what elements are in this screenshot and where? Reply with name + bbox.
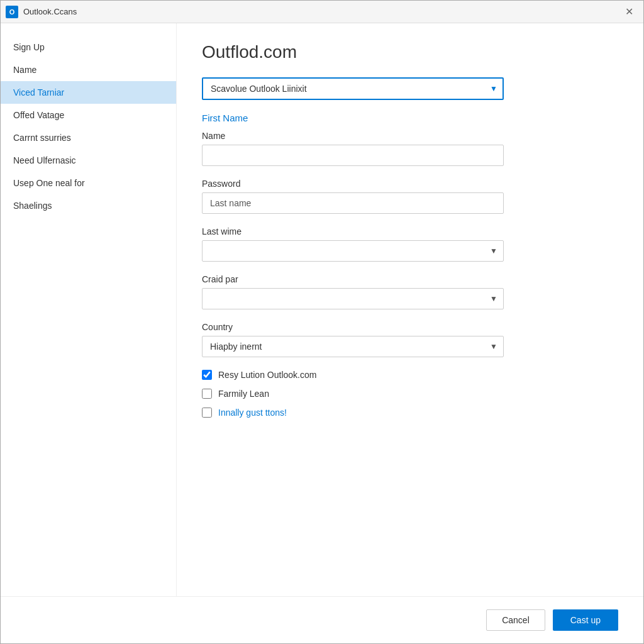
top-select-wrapper: Scavolue Outlook Liinixit ▼ xyxy=(202,77,504,100)
password-label: Password xyxy=(202,179,618,189)
password-input[interactable] xyxy=(202,192,504,214)
sidebar-item-usep-one-neal[interactable]: Usep One neal for xyxy=(1,172,176,194)
craid-par-select-wrapper: ▼ xyxy=(202,288,504,309)
craid-par-select[interactable] xyxy=(202,288,504,309)
craid-par-label: Craid par xyxy=(202,274,618,284)
name-label: Name xyxy=(202,131,618,141)
close-button[interactable]: ✕ xyxy=(619,4,638,19)
innally-gust-checkbox[interactable] xyxy=(202,408,212,418)
farmily-lean-label: Farmily Lean xyxy=(218,389,269,399)
main-content: Outflod.com Scavolue Outlook Liinixit ▼ … xyxy=(177,23,643,596)
country-select-wrapper: Hiapby inernt ▼ xyxy=(202,336,504,357)
sidebar-item-name[interactable]: Name xyxy=(1,58,176,81)
country-select[interactable]: Hiapby inernt xyxy=(202,336,504,357)
titlebar: O Outlook.Ccans ✕ xyxy=(1,1,643,23)
checkbox-row-2: Farmily Lean xyxy=(202,389,618,399)
checkbox-row-1: Resy Lution Outlook.com xyxy=(202,370,618,380)
name-input[interactable] xyxy=(202,145,504,166)
country-label: Country xyxy=(202,322,618,332)
app-window: O Outlook.Ccans ✕ Sign Up Name Viced Tar… xyxy=(0,0,644,644)
section-label: First Name xyxy=(202,113,618,123)
sidebar-item-carrnt-ssurries[interactable]: Carrnt ssurries xyxy=(1,126,176,149)
footer: Cancel Cast up xyxy=(1,596,643,643)
app-icon: O xyxy=(6,6,18,18)
res-lution-checkbox[interactable] xyxy=(202,370,212,380)
sidebar-item-viced-tarniar[interactable]: Viced Tarniar xyxy=(1,81,176,104)
cancel-button[interactable]: Cancel xyxy=(486,609,545,631)
last-wime-select-wrapper: ▼ xyxy=(202,240,504,262)
top-select[interactable]: Scavolue Outlook Liinixit xyxy=(202,77,504,100)
last-wime-select[interactable] xyxy=(202,240,504,262)
cast-up-button[interactable]: Cast up xyxy=(553,609,618,631)
sidebar-item-shaelings[interactable]: Shaelings xyxy=(1,194,176,217)
titlebar-title: Outlook.Ccans xyxy=(23,7,77,16)
checkbox-row-3: Innally gust ttons! xyxy=(202,408,618,418)
content-area: Sign Up Name Viced Tarniar Offed Vatage … xyxy=(1,23,643,596)
page-title: Outflod.com xyxy=(202,42,618,62)
farmily-lean-checkbox[interactable] xyxy=(202,389,212,399)
titlebar-left: O Outlook.Ccans xyxy=(6,6,77,18)
sidebar-item-sign-up[interactable]: Sign Up xyxy=(1,36,176,58)
sidebar-item-need-ulfernasic[interactable]: Need Ulfernasic xyxy=(1,149,176,172)
sidebar: Sign Up Name Viced Tarniar Offed Vatage … xyxy=(1,23,177,596)
last-wime-label: Last wime xyxy=(202,226,618,236)
res-lution-label: Resy Lution Outlook.com xyxy=(218,370,316,380)
sidebar-item-offed-vatage[interactable]: Offed Vatage xyxy=(1,104,176,126)
innally-gust-label[interactable]: Innally gust ttons! xyxy=(218,408,287,418)
